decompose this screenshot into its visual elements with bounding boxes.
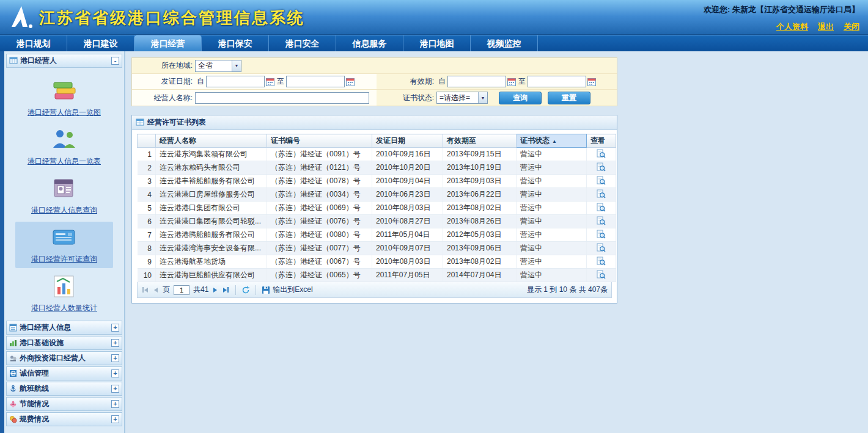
sidebar-item-3[interactable]: 港口经营许可证查询 [15, 222, 113, 268]
calendar-icon[interactable] [345, 77, 355, 87]
issue-date-to-input[interactable] [286, 76, 345, 87]
issue-date-from-input[interactable] [206, 76, 265, 87]
next-page-button[interactable] [212, 285, 218, 295]
table-row[interactable]: 6连云港港口集团有限公司轮驳...（苏连）港经证（0076）号2010年08月2… [138, 215, 616, 228]
col-issue-date[interactable]: 发证日期 [372, 134, 443, 148]
nav-tab-1[interactable]: 港口建设 [67, 35, 134, 51]
pager-divider [235, 285, 236, 295]
view-button[interactable] [597, 243, 606, 252]
sidebar-item-4[interactable]: 港口经营人数量统计 [15, 271, 113, 317]
validity-to-input[interactable] [528, 76, 586, 87]
view-button[interactable] [597, 176, 606, 185]
expand-button[interactable]: + [111, 324, 119, 332]
region-select[interactable]: 全省 ▼ [195, 60, 241, 72]
cell-cert_no: （苏连）港经证（0076）号 [267, 215, 372, 228]
nav-tab-0[interactable]: 港口规划 [0, 35, 67, 51]
issue-from-label: 自 [197, 76, 204, 87]
cell-valid_to: 2013年08月02日 [443, 202, 517, 215]
last-page-button[interactable] [222, 285, 230, 295]
reset-button[interactable]: 重置 [548, 92, 590, 104]
view-cell [587, 175, 616, 188]
page-input[interactable] [174, 285, 189, 295]
col-cert-status[interactable]: 证书状态▲ [517, 134, 587, 148]
total-pages-label: 共41 [193, 285, 208, 295]
cell-num: 7 [138, 228, 156, 242]
table-row[interactable]: 3连云港丰裕船舶服务有限公司（苏连）港经证（0078）号2010年09月04日2… [138, 175, 616, 188]
calendar-icon[interactable] [587, 77, 597, 87]
page-label: 页 [163, 285, 170, 295]
nav-tab-7[interactable]: 视频监控 [471, 35, 538, 51]
view-button[interactable] [597, 216, 606, 225]
cell-num: 4 [138, 188, 156, 202]
sidebar-panel-4[interactable]: 航班航线+ [6, 382, 122, 396]
view-button[interactable] [597, 162, 606, 172]
view-button[interactable] [597, 270, 606, 279]
col-view[interactable]: 查看 [587, 134, 616, 148]
export-excel-label: 输出到Excel [273, 285, 312, 295]
prev-page-button[interactable] [153, 285, 159, 295]
sidebar-panel-6[interactable]: 规费情况+ [6, 412, 122, 426]
header-link-2[interactable]: 关闭 [844, 22, 859, 31]
nav-tab-2[interactable]: 港口经营 [134, 35, 202, 51]
sidebar-panel-2[interactable]: 外商投资港口经营人+ [6, 351, 122, 365]
cell-num: 9 [138, 255, 156, 269]
pagination-summary: 显示 1 到 10 条 共 407条 [527, 285, 608, 295]
expand-button[interactable]: + [111, 415, 119, 423]
search-button[interactable]: 查询 [499, 92, 542, 104]
expand-button[interactable]: + [111, 400, 119, 408]
cell-num: 5 [138, 202, 156, 215]
col-valid-to[interactable]: 有效期至 [443, 134, 517, 148]
expand-button[interactable]: + [111, 385, 119, 393]
sidebar-item-1[interactable]: 港口经营人信息一览表 [15, 124, 113, 170]
table-row[interactable]: 1连云港东鸿集装箱有限公司（苏连）港经证（0091）号2010年09月16日20… [138, 148, 616, 161]
sidebar-item-0[interactable]: 港口经营人信息一览图 [15, 75, 113, 122]
validity-from-input[interactable] [447, 76, 506, 87]
refresh-button[interactable] [241, 286, 250, 294]
nav-tab-3[interactable]: 港口保安 [202, 35, 269, 51]
cell-num: 3 [138, 175, 156, 188]
header-link-0[interactable]: 个人资料 [776, 22, 808, 31]
table-row[interactable]: 4连云港港口房屋维修服务公司（苏连）港经证（0034）号2010年06月23日2… [138, 188, 616, 202]
app-header: 江苏省省级港口综合管理信息系统 欢迎您: 朱新龙【江苏省交通运输厅港口局】 个人… [0, 0, 868, 35]
sidebar-item-2[interactable]: 港口经营人信息查询 [15, 173, 113, 219]
view-button[interactable] [597, 149, 606, 158]
expand-button[interactable]: + [111, 339, 119, 347]
table-row[interactable]: 8连云港港湾海事安全设备有限...（苏连）港经证（0077）号2010年09月0… [138, 242, 616, 255]
view-button[interactable] [597, 230, 606, 239]
cell-num: 1 [138, 148, 156, 161]
sidebar-panel-3[interactable]: 诚信管理+ [6, 366, 122, 380]
col-operator-name[interactable]: 经营人名称 [156, 134, 267, 148]
sidebar-item-label: 港口经营人信息一览表 [15, 156, 113, 167]
view-button[interactable] [597, 189, 606, 198]
calendar-icon[interactable] [507, 77, 517, 87]
sidebar-panel-5[interactable]: 节能情况+ [6, 397, 122, 411]
operator-name-input[interactable] [195, 92, 369, 104]
collapse-button[interactable]: - [111, 57, 119, 65]
calendar-icon[interactable] [265, 77, 275, 87]
view-button[interactable] [597, 203, 606, 212]
table-row[interactable]: 5连云港港口集团有限公司（苏连）港经证（0069）号2010年08月03日201… [138, 202, 616, 215]
col-cert-no[interactable]: 证书编号 [267, 134, 372, 148]
sidebar-panel-operators[interactable]: 港口经营人 - [6, 54, 122, 68]
cert-table-body: 1连云港东鸿集装箱有限公司（苏连）港经证（0091）号2010年09月16日20… [138, 148, 616, 282]
cert-status-select[interactable]: =请选择= ▼ [436, 92, 488, 104]
app-logo-icon [6, 3, 35, 31]
nav-tab-4[interactable]: 港口安全 [269, 35, 336, 51]
view-button[interactable] [597, 257, 606, 266]
validity-to-label: 至 [518, 76, 526, 87]
table-row[interactable]: 2连云港东粮码头有限公司（苏连）港经证（0121）号2010年10月20日201… [138, 161, 616, 175]
first-page-button[interactable] [141, 285, 149, 295]
credit-icon [9, 369, 17, 377]
header-link-1[interactable]: 退出 [818, 22, 834, 31]
table-row[interactable]: 10连云港海巨船舶供应有限公司（苏连）港经证（0065）号2011年07月05日… [138, 269, 616, 282]
export-excel-button[interactable]: 输出到Excel [262, 285, 312, 295]
table-row[interactable]: 9连云港海航基地货场（苏连）港经证（0067）号2010年08月03日2013年… [138, 255, 616, 269]
expand-button[interactable]: + [111, 369, 119, 377]
sidebar-panel-0[interactable]: 港口经营人信息+ [6, 321, 122, 335]
view-cell [587, 188, 616, 202]
nav-tab-6[interactable]: 港口地图 [403, 35, 471, 51]
nav-tab-5[interactable]: 信息服务 [336, 35, 403, 51]
table-row[interactable]: 7连云港港腾船舶服务有限公司（苏连）港经证（0080）号2011年05月04日2… [138, 228, 616, 242]
expand-button[interactable]: + [111, 354, 119, 362]
sidebar-panel-1[interactable]: 港口基础设施+ [6, 336, 122, 350]
